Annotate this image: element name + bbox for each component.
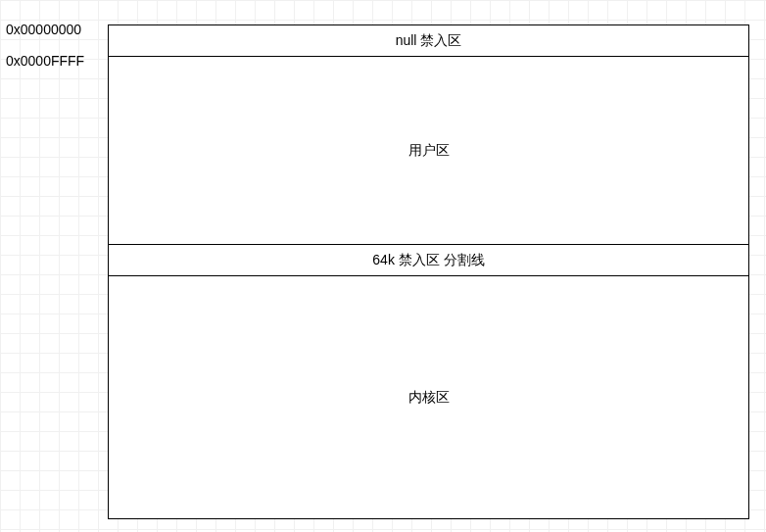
region-user: 用户区 <box>109 57 748 245</box>
address-label-top: 0x00000000 <box>6 22 81 37</box>
region-null-label: null 禁入区 <box>396 32 462 50</box>
region-null-forbidden: null 禁入区 <box>109 25 748 57</box>
region-user-label: 用户区 <box>408 142 450 160</box>
address-label-ffff: 0x0000FFFF <box>6 53 84 69</box>
region-kernel-label: 内核区 <box>408 389 450 407</box>
memory-layout-diagram: null 禁入区 用户区 64k 禁入区 分割线 内核区 <box>108 24 749 519</box>
region-separator: 64k 禁入区 分割线 <box>109 245 748 276</box>
region-separator-label: 64k 禁入区 分割线 <box>372 252 484 269</box>
region-kernel: 内核区 <box>109 276 748 518</box>
